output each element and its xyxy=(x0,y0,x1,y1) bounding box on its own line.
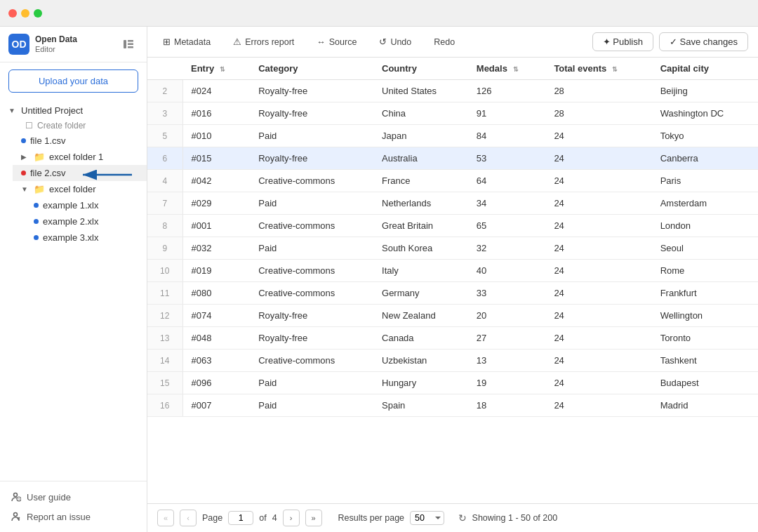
total-events-cell: 24 xyxy=(545,147,651,170)
undo-button[interactable]: ↺ Undo xyxy=(373,34,417,50)
svg-rect-0 xyxy=(124,40,126,48)
ex2-dot-icon xyxy=(34,219,39,224)
category-cell: Royalty-free xyxy=(250,102,373,125)
total-events-header[interactable]: Total events ⇅ xyxy=(545,58,651,80)
table-row[interactable]: 7 #029 Paid Netherlands 34 24 Amsterdam xyxy=(147,192,758,215)
table-row[interactable]: 12 #074 Royalty-free New Zealand 20 24 W… xyxy=(147,305,758,327)
table-row[interactable]: 9 #032 Paid South Korea 32 24 Seoul xyxy=(147,237,758,260)
sidebar-tree: ▼ Untitled Project ☐ Create folder file … xyxy=(0,100,147,481)
pagination-bar: « ‹ Page of 4 › » Results per page 50 10… xyxy=(147,503,758,532)
publish-button[interactable]: ✦ Publish xyxy=(592,32,653,51)
report-icon xyxy=(10,511,21,522)
capital-cell: Tashkent xyxy=(652,350,758,372)
table-row[interactable]: 11 #080 Creative-commons Germany 33 24 F… xyxy=(147,282,758,305)
sidebar-footer: ? User guide Report an issue xyxy=(0,481,147,532)
save-button[interactable]: ✓ Save changes xyxy=(659,32,748,51)
redo-label: Redo xyxy=(434,37,455,47)
table-row[interactable]: 6 #015 Royalty-free Australia 53 24 Canb… xyxy=(147,147,758,170)
logo-icon: OD xyxy=(8,34,29,55)
total-events-cell: 24 xyxy=(545,237,651,260)
entry-header[interactable]: Entry ⇅ xyxy=(182,58,250,80)
category-cell: Royalty-free xyxy=(250,147,373,170)
table-row[interactable]: 13 #048 Royalty-free Canada 27 24 Toront… xyxy=(147,327,758,350)
page-number-input[interactable] xyxy=(228,511,253,525)
example-1-xlx[interactable]: example 1.xlx xyxy=(25,197,147,213)
excel-folder-1[interactable]: ▶ 📁 excel folder 1 xyxy=(13,149,147,165)
medals-cell: 53 xyxy=(468,147,546,170)
medals-cell: 20 xyxy=(468,305,546,327)
refresh-icon[interactable]: ↻ xyxy=(458,512,467,524)
table-row[interactable]: 5 #010 Paid Japan 84 24 Tokyo xyxy=(147,125,758,147)
project-root[interactable]: ▼ Untitled Project xyxy=(0,102,147,119)
toolbar-right: ✦ Publish ✓ Save changes xyxy=(592,32,748,51)
capital-cell: Amsterdam xyxy=(652,192,758,215)
example-3-xlx[interactable]: example 3.xlx xyxy=(25,230,147,246)
table-row[interactable]: 2 #024 Royalty-free United States 126 28… xyxy=(147,80,758,102)
capital-header[interactable]: Capital city xyxy=(652,58,758,80)
row-number: 6 xyxy=(147,147,182,170)
country-cell: Japan xyxy=(373,125,468,147)
table-row[interactable]: 10 #019 Creative-commons Italy 40 24 Rom… xyxy=(147,260,758,282)
layout-icon xyxy=(123,39,134,50)
capital-cell: Wellington xyxy=(652,305,758,327)
ex1-dot-icon xyxy=(34,203,39,208)
last-page-button[interactable]: » xyxy=(305,510,322,526)
folder1-toggle-icon: ▶ xyxy=(21,153,29,161)
folder1-label: excel folder 1 xyxy=(49,152,103,162)
medals-header[interactable]: Medals ⇅ xyxy=(468,58,546,80)
medals-cell: 91 xyxy=(468,102,546,125)
table-row[interactable]: 4 #042 Creative-commons France 64 24 Par… xyxy=(147,170,758,192)
sidebar-toggle-button[interactable] xyxy=(119,34,138,54)
total-events-cell: 24 xyxy=(545,305,651,327)
table-row[interactable]: 16 #007 Paid Spain 18 24 Madrid xyxy=(147,394,758,417)
app-container: OD Open Data Editor Upload your data ▼ xyxy=(0,27,758,532)
create-folder-button[interactable]: ☐ Create folder xyxy=(0,119,147,133)
errors-report-button[interactable]: ⚠ Errors report xyxy=(227,34,300,50)
undo-icon: ↺ xyxy=(379,36,387,47)
category-cell: Royalty-free xyxy=(250,80,373,102)
folder1-icon: 📁 xyxy=(34,152,45,162)
file1-dot-icon xyxy=(21,138,26,143)
excel-folder[interactable]: ▼ 📁 excel folder xyxy=(13,181,147,197)
report-issue-link[interactable]: Report an issue xyxy=(0,507,147,526)
entry-cell: #007 xyxy=(182,394,250,417)
capital-cell: London xyxy=(652,215,758,237)
file-2-csv[interactable]: file 2.csv xyxy=(13,165,147,181)
ex3-dot-icon xyxy=(34,235,39,240)
total-pages: 4 xyxy=(272,513,277,523)
source-button[interactable]: ↔ Source xyxy=(311,34,362,50)
results-per-page-select[interactable]: 50 100 200 xyxy=(410,511,444,525)
file-1-csv[interactable]: file 1.csv xyxy=(13,133,147,149)
table-row[interactable]: 15 #096 Paid Hungary 19 24 Budapest xyxy=(147,372,758,394)
metadata-button[interactable]: ⊞ Metadata xyxy=(157,34,216,50)
upload-button[interactable]: Upload your data xyxy=(8,69,138,93)
category-cell: Creative-commons xyxy=(250,260,373,282)
user-guide-link[interactable]: ? User guide xyxy=(0,487,147,507)
total-events-cell: 24 xyxy=(545,260,651,282)
medals-cell: 126 xyxy=(468,80,546,102)
medals-cell: 65 xyxy=(468,215,546,237)
first-page-button[interactable]: « xyxy=(157,510,174,526)
country-header[interactable]: Country xyxy=(373,58,468,80)
medals-cell: 84 xyxy=(468,125,546,147)
row-number: 9 xyxy=(147,237,182,260)
table-row[interactable]: 8 #001 Creative-commons Great Britain 65… xyxy=(147,215,758,237)
excel-folder-icon: 📁 xyxy=(34,184,45,194)
capital-cell: Madrid xyxy=(652,394,758,417)
category-header[interactable]: Category xyxy=(250,58,373,80)
example-2-xlx[interactable]: example 2.xlx xyxy=(25,213,147,230)
table-row[interactable]: 14 #063 Creative-commons Uzbekistan 13 2… xyxy=(147,350,758,372)
country-cell: New Zealand xyxy=(373,305,468,327)
minimize-button[interactable] xyxy=(21,9,29,18)
showing-text: Showing 1 - 50 of 200 xyxy=(472,513,558,523)
medals-cell: 64 xyxy=(468,170,546,192)
prev-page-button[interactable]: ‹ xyxy=(180,510,197,526)
redo-button[interactable]: Redo xyxy=(428,34,460,50)
table-row[interactable]: 3 #016 Royalty-free China 91 28 Washingt… xyxy=(147,102,758,125)
svg-point-5 xyxy=(14,493,18,497)
medals-cell: 32 xyxy=(468,237,546,260)
fullscreen-button[interactable] xyxy=(34,9,42,18)
next-page-button[interactable]: › xyxy=(283,510,300,526)
close-button[interactable] xyxy=(8,9,17,18)
entry-cell: #048 xyxy=(182,327,250,350)
